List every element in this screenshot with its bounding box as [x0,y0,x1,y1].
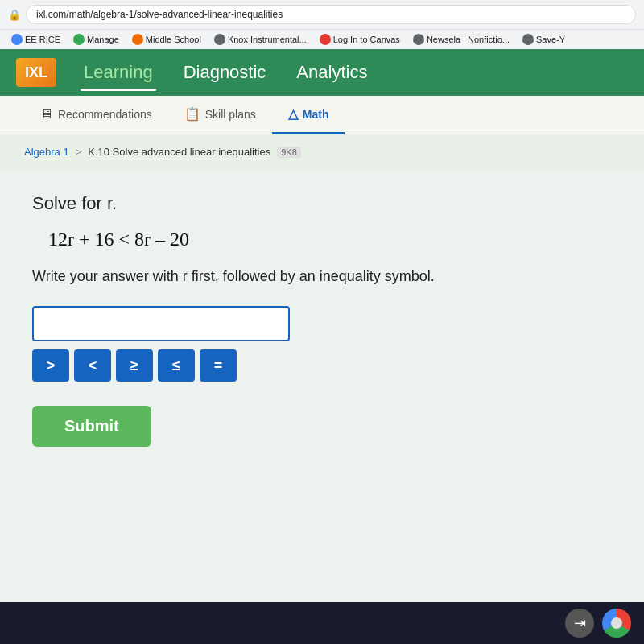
symbol-less-than[interactable]: < [74,349,111,382]
answer-area: > < ≥ ≤ = [32,306,290,382]
newsela-icon [413,34,424,45]
breadcrumb-badge: 9K8 [277,147,301,158]
bookmark-canvas[interactable]: Log In to Canvas [315,32,405,47]
lock-icon: 🔒 [8,9,21,21]
address-bar: 🔒 ixl.com/math/algebra-1/solve-advanced-… [0,0,644,29]
taskbar: ⇥ [0,602,644,644]
equation: 12r + 16 < 8r – 20 [32,229,612,250]
chrome-icon[interactable] [602,609,631,638]
bookmark-knox[interactable]: Knox Instrumental... [209,32,312,47]
symbol-less-equal[interactable]: ≤ [158,349,195,382]
tab-skill-plans[interactable]: 📋 Skill plans [168,96,272,134]
recommendations-icon: 🖥 [40,107,53,122]
symbol-buttons: > < ≥ ≤ = [32,349,290,382]
ixl-nav: IXL Learning Diagnostic Analytics [0,49,644,96]
bookmark-newsela[interactable]: Newsela | Nonfictio... [408,32,514,47]
middle-school-icon [132,34,143,45]
url-bar[interactable]: ixl.com/math/algebra-1/solve-advanced-li… [26,5,636,24]
problem-title: Solve for r. [32,193,612,214]
symbol-equals[interactable]: = [200,349,237,382]
ee-rice-icon [11,34,23,45]
symbol-greater-than[interactable]: > [32,349,69,382]
bookmark-manage[interactable]: Manage [68,32,124,47]
math-icon: △ [288,106,298,122]
manage-icon [73,34,85,45]
webpage: IXL Learning Diagnostic Analytics 🖥 Reco… [0,49,644,602]
ixl-logo[interactable]: IXL [16,58,56,87]
sub-nav: 🖥 Recommendations 📋 Skill plans △ Math [0,96,644,134]
symbol-greater-equal[interactable]: ≥ [116,349,153,382]
submit-button[interactable]: Submit [32,406,151,447]
breadcrumb: Algebra 1 > K.10 Solve advanced linear i… [0,134,644,169]
canvas-icon [320,34,331,45]
tab-recommendations[interactable]: 🖥 Recommendations [24,96,168,134]
knox-icon [214,34,225,45]
breadcrumb-parent[interactable]: Algebra 1 [24,146,69,158]
tab-math[interactable]: △ Math [272,96,345,134]
nav-learning[interactable]: Learning [80,57,156,88]
breadcrumb-chevron: > [76,146,82,158]
skill-plans-icon: 📋 [184,106,200,122]
save-icon [522,34,534,45]
share-icon[interactable]: ⇥ [565,609,594,638]
main-content: Solve for r. 12r + 16 < 8r – 20 Write yo… [0,169,644,602]
bookmark-save[interactable]: Save-Y [518,32,570,47]
breadcrumb-current: K.10 Solve advanced linear inequalities [88,146,270,158]
bookmarks-bar: EE RICEManageMiddle SchoolKnox Instrumen… [0,29,644,49]
answer-input[interactable] [32,306,290,341]
instruction: Write your answer with r first, followed… [32,266,612,287]
bookmark-ee-rice[interactable]: EE RICE [6,32,65,47]
browser-chrome: 🔒 ixl.com/math/algebra-1/solve-advanced-… [0,0,644,49]
bookmark-middle-school[interactable]: Middle School [127,32,206,47]
nav-diagnostic[interactable]: Diagnostic [180,57,270,88]
nav-analytics[interactable]: Analytics [293,57,370,88]
